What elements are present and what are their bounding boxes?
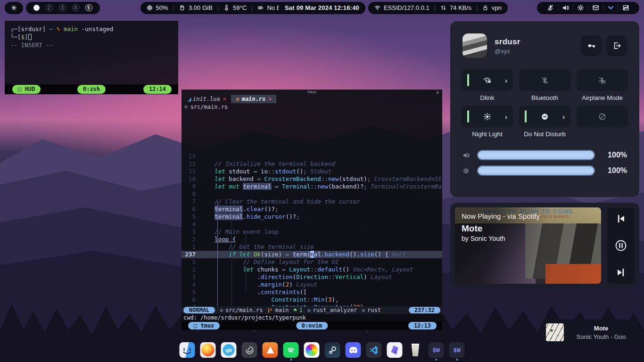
workspace-4[interactable]: 4 — [72, 4, 79, 11]
toggle-bluetooth[interactable] — [519, 69, 570, 91]
filetype: rust — [367, 307, 381, 313]
code-line: 237 if let Ok(size) = terminal.backend()… — [182, 251, 442, 258]
dock-item-sw-app-2[interactable]: $W — [449, 342, 465, 358]
blocked-icon — [598, 113, 606, 121]
terminal-window[interactable]: ┌─[srdusr] ~ ϟ main -unstaged └─[$] -- I… — [5, 21, 178, 94]
dock-item-sw-app-1[interactable]: $W — [429, 342, 444, 358]
code-line: 11 let stdout = io::stdout(); Stdout — [182, 168, 442, 175]
volume-icon[interactable] — [558, 4, 573, 11]
tmux-statusbar: □ HUD 0:zsh 12:14 — [5, 84, 178, 94]
temperature: 59°C — [233, 4, 247, 11]
battery-icon — [257, 5, 264, 11]
brightness-slider[interactable] — [477, 165, 595, 176]
lock-keys-button[interactable] — [581, 35, 602, 56]
mail-icon[interactable] — [588, 4, 603, 11]
volume-slider[interactable] — [477, 150, 595, 160]
dock-item-photos[interactable] — [304, 342, 320, 358]
media-notification[interactable]: Mote Sonic Youth - Goo — [542, 320, 639, 345]
editor-window[interactable]: tmux x init.lua × ⚙ main.rs × ⚙ src/main… — [182, 90, 442, 329]
wifi-lock-icon — [483, 76, 491, 84]
gear-icon: ⚙ — [307, 307, 311, 313]
dock-item-discord[interactable] — [346, 342, 361, 358]
network-status[interactable]: ESSID/127.0.0.1 | 74 KB/s | vpn — [368, 2, 508, 14]
tab-close-icon[interactable]: × — [268, 96, 272, 102]
sliders: 100% 100% — [450, 139, 639, 176]
dock-item-spotify[interactable] — [283, 342, 299, 358]
dock-item-vscode[interactable] — [366, 342, 382, 358]
workspace-5[interactable]: 5 — [85, 4, 92, 11]
toggle-do-not-disturb[interactable]: › — [519, 106, 570, 127]
dock-item-obsidian[interactable] — [387, 342, 403, 358]
line-number: 2 — [182, 236, 200, 243]
gear-icon: ⚙ — [220, 307, 223, 313]
dock-item-vlc[interactable] — [263, 342, 278, 358]
code-line: 2 let chunks = Layout::default() Vec<Rec… — [182, 266, 442, 273]
tmux-session[interactable]: 0:nvim — [296, 322, 328, 329]
launcher-button[interactable]: ✳ — [5, 2, 23, 14]
line-number: 3 — [182, 228, 200, 236]
tmux-window-name[interactable]: □ tmux — [188, 322, 220, 329]
workspace-switcher: 2345 — [26, 2, 100, 14]
settings-icon[interactable] — [573, 4, 588, 11]
memory-usage: 3.00 GiB — [189, 4, 213, 11]
running-indicator — [290, 359, 292, 361]
workspace-2[interactable]: 2 — [46, 4, 53, 11]
cpu-icon — [147, 5, 153, 11]
tmux-session[interactable]: 0:zsh — [77, 85, 106, 94]
arrow-down-icon[interactable] — [603, 4, 618, 11]
clock[interactable]: Sat 09 Mar 2024 12:16:40 — [279, 2, 365, 14]
buffer-tabs: init.lua × ⚙ main.rs × — [182, 95, 442, 103]
dock-item-trash[interactable] — [408, 342, 423, 358]
line-number: 9 — [182, 183, 200, 190]
line-number: 2 — [182, 266, 200, 273]
toggle-airplane-mode[interactable] — [577, 69, 628, 91]
indent-guide — [260, 254, 260, 276]
code-line: 1 // Define layout for the UI — [182, 258, 442, 266]
chevron-right-icon: › — [505, 76, 507, 84]
sun-icon — [483, 113, 491, 121]
essid: ESSID/127.0.0.1 — [384, 4, 429, 11]
toggle-dlink[interactable]: › — [462, 69, 513, 91]
username: srdusr — [495, 37, 520, 47]
dock-item-steam[interactable] — [325, 342, 340, 358]
window-title: tmux — [307, 90, 316, 94]
workspace-3[interactable]: 3 — [59, 4, 66, 11]
dock-item-firefox[interactable] — [200, 342, 216, 358]
git-branch-icon — [267, 308, 272, 313]
tab-init-lua[interactable]: init.lua × — [182, 95, 231, 103]
tmux-window-name[interactable]: □ HUD — [12, 85, 41, 94]
toggles-icon[interactable] — [618, 4, 633, 11]
line-number: 13 — [182, 153, 200, 160]
tab-close-icon[interactable]: × — [223, 96, 226, 102]
workspace-1[interactable] — [33, 5, 40, 11]
dock-item-file-manager[interactable] — [180, 342, 195, 358]
toggle-night-light[interactable]: › — [462, 106, 513, 127]
window-titlebar: tmux x — [182, 90, 442, 95]
line-number: 10 — [182, 175, 200, 183]
code-line: 6 terminal.clear()?; — [182, 206, 442, 213]
logout-button[interactable] — [606, 35, 627, 56]
microphone-muted-icon[interactable] — [543, 4, 558, 11]
code-line: 10 let backend = CrosstermBackend::new(s… — [182, 175, 442, 183]
pause-icon[interactable] — [615, 239, 627, 252]
media-player-card: SHAPE OF PUNK TO COME A CHIMERICAL BOMBI… — [450, 203, 639, 288]
code-line: 7 Constraint::Percentage(70), — [182, 304, 442, 306]
line-number: 4 — [182, 281, 200, 288]
next-icon[interactable] — [616, 267, 626, 278]
cpu-usage: 50% — [156, 4, 168, 11]
previous-icon[interactable] — [616, 214, 626, 224]
close-window-button[interactable]: x — [437, 90, 439, 95]
dock-item-qbittorrent[interactable]: qb — [221, 342, 237, 358]
code-area[interactable]: 1312 // Initialize the terminal backend1… — [182, 110, 442, 306]
dock-item-swirl-app[interactable] — [242, 342, 257, 358]
net-speed: 74 KB/s — [450, 4, 471, 11]
tab-main-rs[interactable]: ⚙ main.rs × — [231, 95, 276, 103]
memory-icon — [179, 5, 185, 11]
airplane-off-icon — [598, 76, 606, 84]
tmux-time: 12:13 — [408, 322, 437, 329]
toggle-label: Do Not Disturb — [524, 131, 566, 138]
brightness-value: 100% — [603, 166, 627, 175]
rust-icon: ⚙ — [236, 96, 239, 102]
code-line: 13 — [182, 153, 442, 160]
toggle-blocked[interactable] — [577, 106, 628, 127]
